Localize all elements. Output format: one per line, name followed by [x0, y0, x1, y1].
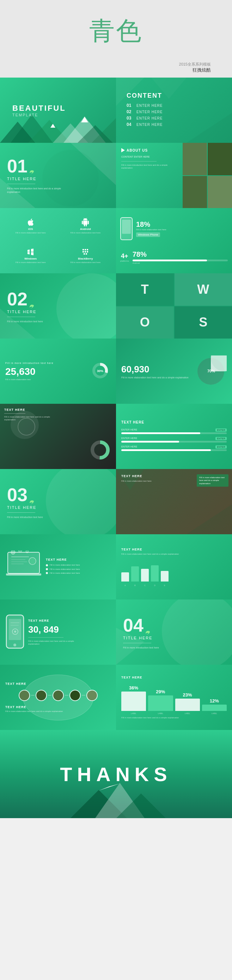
slide-stats-25630: Fill in more introduction text here 25,6…	[0, 339, 116, 404]
svg-rect-18	[83, 251, 84, 253]
phone-label: TEXT HERE	[28, 619, 84, 622]
laptop-item-3: Fill in more elaboration text here	[50, 572, 80, 574]
thanks-text: THANKS	[60, 763, 172, 786]
pct-col-36: 36%	[121, 685, 146, 711]
slide-01-title: 01 TITLE HERE Fill in more introduction …	[0, 143, 116, 208]
squirrel-body: Fill in more elaboration text here	[121, 480, 192, 482]
blackberry-label: BlackBerry	[78, 257, 93, 260]
stat-60930: 60,930	[121, 364, 189, 375]
slide-bike-photo: TEXT HERE Fill in more elaboration text …	[0, 404, 116, 469]
stat-18pct: 18%	[136, 220, 167, 229]
mini-donut: 30%	[91, 362, 109, 379]
pct-num-12: 12%	[210, 698, 219, 703]
content-item-4: 04 ENTER HERE	[127, 122, 221, 127]
ios-desc: Fill in more elaboration text here	[16, 232, 46, 234]
svg-rect-20	[87, 251, 88, 253]
content-label-2: ENTER HERE	[137, 110, 162, 114]
content-item-3: 03 ENTER HERE	[127, 116, 221, 121]
windows-desc: Fill in more elaboration text here	[16, 261, 46, 263]
svg-rect-22	[86, 253, 87, 255]
windows-label: Windows	[24, 257, 37, 260]
laptop-item-2: Fill in more elaboration text here	[50, 568, 80, 571]
xlab-4: D	[151, 584, 159, 587]
svg-point-40	[29, 558, 36, 565]
step-line-2	[48, 695, 51, 695]
svg-rect-41	[6, 573, 41, 576]
slide-04-title: TITLE HERE	[123, 636, 225, 640]
slide-04-title: 04 TITLE HERE Fill in more introduction …	[116, 600, 232, 665]
svg-rect-46	[9, 619, 21, 640]
svg-marker-34	[186, 504, 232, 534]
step-line-1	[31, 695, 35, 695]
svg-text:70%: 70%	[207, 369, 215, 373]
slide-thanks: THANKS	[0, 730, 232, 818]
android-desc: Fill in more elaboration text here	[70, 232, 100, 234]
pct-columns: 36% 29% 23% 12%	[121, 683, 227, 711]
pct-num-29: 29%	[156, 689, 165, 694]
photo-text-label: TEXT HERE	[4, 408, 112, 412]
svg-point-44	[26, 550, 29, 553]
content-label-3: ENTER HERE	[137, 116, 162, 120]
leaf-icon-04	[145, 630, 151, 636]
slide-01-title-label: TITLE HERE	[7, 177, 109, 181]
svg-rect-15	[83, 249, 84, 250]
icon-ios: iOS Fill in more elaboration text here	[4, 212, 57, 240]
slide-text-bars: TEXT HERE ENTER HERE ENTER ENTER HERE EN…	[116, 404, 232, 469]
dot-1	[46, 564, 48, 566]
slide-squirrel-photo: TEXT HERE Fill in more elaboration text …	[116, 469, 232, 534]
step-circle-1	[19, 690, 30, 701]
swot-o: O	[116, 307, 174, 339]
slide-03-body: Fill in more introduction text here	[7, 515, 70, 519]
slide-pct-row: TEXT HERE 36% 29% 23%	[116, 665, 232, 730]
slide-content: CONTENT 01 ENTER HERE 02 ENTER HERE 03 E…	[116, 78, 232, 143]
slide-icons: iOS Fill in more elaboration text here A…	[0, 208, 116, 273]
circles-label2: TEXT HERE	[5, 705, 111, 709]
svg-rect-19	[84, 251, 86, 253]
xlab-5: E	[161, 584, 168, 587]
about-us-title: ABOUT US	[127, 148, 148, 152]
pct-bar-23	[175, 698, 200, 711]
dot-3	[46, 572, 48, 574]
circles-body: Fill in more elaboration text here and d…	[5, 710, 76, 713]
slide-04-num: 04	[123, 615, 143, 636]
bar-badge-3: ENTER	[215, 445, 227, 449]
content-num-2: 02	[127, 109, 133, 114]
swot-w: W	[175, 273, 232, 306]
android-label: Android	[80, 228, 91, 231]
swot-letter-w: W	[197, 282, 209, 297]
slide-04-body: Fill in more introduction text here	[123, 646, 186, 649]
vbar-1	[121, 572, 129, 582]
phone-body: Fill in more elaboration text here and d…	[28, 640, 84, 646]
ios-label: iOS	[28, 228, 33, 231]
slide-02-title: 02 TITLE HERE Fill in more introduction …	[0, 273, 116, 339]
svg-rect-16	[84, 249, 86, 250]
beautiful-title: BEAUTIFUL	[12, 104, 66, 113]
laptop-list-1: Fill in more elaboration text here	[46, 563, 112, 566]
cover-title: 青色	[89, 14, 143, 48]
bar-badge-1: ENTER	[215, 428, 227, 432]
svg-point-47	[13, 644, 16, 646]
slide-progress: 18% Fill in more elaboration text here W…	[116, 208, 232, 273]
phone-graphic	[5, 614, 25, 651]
text-bars-label: TEXT HERE	[121, 420, 227, 424]
pct-row-label: TEXT HERE	[121, 676, 227, 679]
slide-row-1: BEAUTIFUL TEMPLATE CONTENT 01 ENTER HERE…	[0, 78, 232, 143]
svg-point-42	[11, 550, 15, 554]
bar-item-1: ENTER HERE ENTER	[121, 428, 227, 434]
laptop-list-2: Fill in more elaboration text here	[46, 568, 112, 571]
leaf-icon	[29, 170, 35, 175]
slide-vbars: TEXT HERE Fill in more elaboration text …	[116, 534, 232, 600]
step-line-4	[82, 695, 85, 695]
bar-label-3: ENTER HERE	[121, 445, 137, 449]
slide-row-2: 01 TITLE HERE Fill in more introduction …	[0, 143, 232, 208]
windows-phone-badge: Windows Phone	[136, 232, 160, 237]
bar-badge-2: ENTER	[215, 437, 227, 440]
bar-fill-3	[121, 449, 211, 451]
bar-fill-1	[121, 432, 200, 434]
slide-02-title: TITLE HERE	[7, 310, 109, 314]
icon-android: Android Fill in more elaboration text he…	[59, 212, 112, 240]
squirrel-text-box: Fill in more elaboration text here and d…	[199, 476, 226, 485]
photo-donut	[89, 439, 111, 461]
laptop-svg	[4, 550, 43, 582]
pct-bar-29	[148, 695, 173, 711]
